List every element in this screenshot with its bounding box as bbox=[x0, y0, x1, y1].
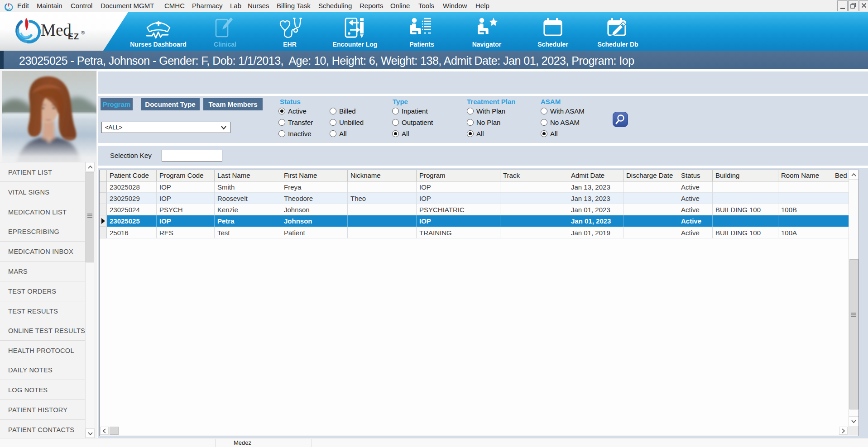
svg-text:®: ® bbox=[81, 30, 85, 35]
svg-text:Med: Med bbox=[41, 21, 72, 39]
svg-text:EZ: EZ bbox=[68, 32, 79, 41]
